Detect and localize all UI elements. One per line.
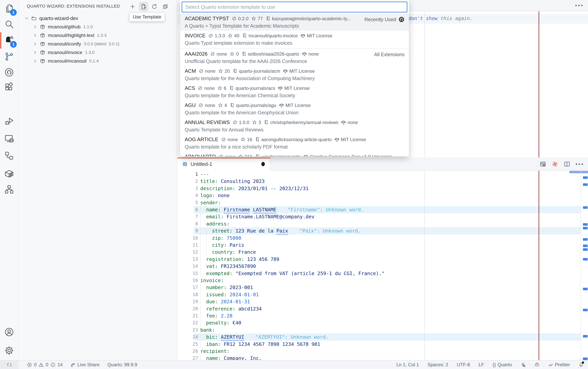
indentation-status[interactable]: Spaces: 2: [427, 362, 448, 368]
install-extension-icon[interactable]: [128, 2, 137, 11]
quickpick-item[interactable]: ACADEMIC TYPST 0.2.0 77 kazuyanagimoto/q…: [180, 14, 409, 31]
tab-untitled-1[interactable]: Untitled-1: [177, 157, 270, 171]
run-debug-icon[interactable]: [0, 113, 18, 130]
chevron-right-icon[interactable]: [33, 50, 38, 55]
code-line[interactable]: 24 bic: AZERTYUI"AZERTYUI": Unknown word…: [177, 333, 588, 341]
linked-views-icon[interactable]: [0, 147, 18, 164]
use-template-icon[interactable]: [139, 2, 148, 11]
code-line[interactable]: 13 registration: 123 456 789: [177, 256, 588, 263]
quickpick-item[interactable]: INVOICE 1.3.0 40 mcanouil/quarto-invoice…: [180, 31, 409, 48]
quarto-wizard-icon[interactable]: 1: [0, 32, 18, 49]
quarto-version-status[interactable]: Quarto: 99.9.9: [107, 362, 137, 368]
settings-gear-icon[interactable]: [0, 342, 18, 359]
quickpick-item[interactable]: AAAI2026 none 0 selbosh/aaai2026-quarto …: [180, 49, 409, 66]
notifications-bell-icon[interactable]: [578, 362, 584, 368]
code-line[interactable]: 14 vat: FR1234567890: [177, 263, 588, 270]
code-line[interactable]: 15 exempted: "Exempted from VAT (article…: [177, 270, 588, 277]
quickpick-item[interactable]: AOG ARTICLE none 16 aarongullickson/aog-…: [180, 134, 409, 152]
account-icon[interactable]: [0, 324, 18, 340]
chevron-right-icon[interactable]: [33, 24, 38, 29]
code-line[interactable]: 27 name: Company, Inc.: [177, 355, 588, 360]
quickpick-item[interactable]: ANNUAL REVIEWS 1.0.0 3 christopherkenny/…: [180, 117, 409, 134]
code-line[interactable]: 11 city: Paris: [177, 241, 588, 249]
law-icon: [278, 86, 283, 91]
tree-item-extension[interactable]: mcanouil/invoice 1.3.0: [19, 48, 177, 57]
quickpick-item[interactable]: AGU none 4 quarto-journals/agu MIT Licen…: [180, 100, 409, 117]
code-line[interactable]: 17 number: 2023-001: [177, 284, 588, 291]
collapse-all-icon[interactable]: [161, 2, 170, 11]
chevron-right-icon[interactable]: [33, 59, 38, 63]
code-line[interactable]: 18 issued: 2024-01-01: [177, 291, 588, 298]
explorer-icon[interactable]: 1: [0, 0, 18, 17]
copilot-icon[interactable]: [534, 362, 540, 368]
code-line[interactable]: 4logo: none: [177, 192, 588, 199]
quickpick-item[interactable]: ACS none 6 quarto-journals/acs MIT Licen…: [180, 83, 409, 100]
org-chart-icon[interactable]: [0, 181, 18, 198]
tag-icon: [218, 154, 224, 156]
code-line[interactable]: 19 due: 2024-01-31: [177, 298, 588, 305]
live-share-status[interactable]: Live Share: [70, 362, 100, 368]
search-icon[interactable]: [0, 16, 18, 32]
package-icon: [40, 58, 45, 64]
code-line[interactable]: 16invoice:: [177, 277, 588, 284]
code-line[interactable]: 3description: 2023/01/01 -- 2023/12/31: [177, 185, 588, 192]
tree-item-extension[interactable]: mcanouil/github 1.1.0: [19, 22, 177, 31]
cursor-position-status[interactable]: Ln 1, Col 1: [396, 362, 419, 368]
eol-status[interactable]: LF: [478, 362, 484, 368]
star-icon: [251, 16, 256, 21]
source-control-icon[interactable]: [0, 48, 18, 65]
code-line[interactable]: 21 fee: 2.28: [177, 312, 588, 319]
code-line[interactable]: 12 country: France: [177, 248, 588, 256]
code-line[interactable]: 5sender:: [177, 199, 588, 206]
more-actions-icon[interactable]: [575, 5, 583, 6]
voice-status-icon[interactable]: [521, 362, 526, 368]
version-meta: 1.3.0: [208, 33, 225, 39]
problems-status[interactable]: 0 0 14: [27, 362, 63, 368]
container-icon[interactable]: [0, 165, 18, 182]
chevron-right-icon[interactable]: [33, 33, 38, 38]
code-editor[interactable]: 1---2title: Consulting 20233description:…: [177, 171, 588, 360]
tree-item-extension[interactable]: mcanouil/mcanouil 0.1.4: [19, 57, 177, 65]
code-line[interactable]: 2title: Consulting 2023: [177, 178, 588, 185]
star-icon: [227, 33, 233, 38]
code-line[interactable]: 8 address:: [177, 220, 588, 227]
code-line[interactable]: 23bank:: [177, 327, 588, 334]
tag-icon: [221, 137, 226, 142]
dirty-indicator[interactable]: [261, 162, 265, 166]
scrollbar-indicator[interactable]: [569, 171, 588, 173]
license-meta: none: [302, 51, 319, 57]
extensions-icon[interactable]: [0, 79, 18, 95]
package-icon: [40, 50, 45, 55]
tree-item-extension[interactable]: mcanouil/iconify 3.0.0 (latest: 3.0.1): [19, 40, 177, 48]
code-line[interactable]: 6 name: Firstname LASTNAME"Firstname": U…: [177, 206, 588, 213]
quickpick-item[interactable]: APAQUARTO none 216 wjschne/apaquarto Cre…: [180, 152, 409, 156]
code-line[interactable]: 22 penalty: €40: [177, 319, 588, 327]
language-mode-status[interactable]: {} Quarto: [493, 362, 512, 368]
github-icon[interactable]: [0, 64, 18, 81]
code-line[interactable]: 20 reference: abcd1234: [177, 305, 588, 312]
chevron-right-icon[interactable]: [33, 41, 38, 46]
prettier-status[interactable]: Prettier: [548, 362, 570, 368]
code-line[interactable]: 26recipient:: [177, 348, 588, 355]
line-number: 21: [177, 312, 198, 319]
remote-explorer-icon[interactable]: [0, 130, 18, 147]
code-line[interactable]: 9 street: 123 Rue de la Paix"Paix": Unkn…: [177, 227, 588, 235]
code-line[interactable]: 1---: [177, 171, 588, 178]
comment-line[interactable]: don't show this again.: [408, 16, 473, 21]
more-actions-icon[interactable]: [576, 164, 583, 165]
open-preview-icon[interactable]: [540, 161, 546, 167]
remote-indicator[interactable]: [0, 360, 19, 369]
encoding-status[interactable]: UTF-8: [457, 362, 470, 368]
code-line[interactable]: 10 zip: 75000: [177, 235, 588, 242]
quickpick-input[interactable]: [182, 1, 407, 12]
chevron-down-icon[interactable]: [24, 16, 29, 21]
code-line[interactable]: 7 email: Firstname.LASTNAME@company.dev: [177, 213, 588, 220]
code-line[interactable]: 25 iban: FR12 1234 4567 7890 1234 5678 9…: [177, 341, 588, 348]
split-editor-icon[interactable]: [564, 161, 570, 167]
quarto-render-icon[interactable]: [552, 161, 558, 167]
quickpick-item[interactable]: ACM none 20 quarto-journals/acm MIT Lice…: [180, 66, 409, 83]
tree-item-extension[interactable]: mcanouil/highlight-text 1.3.3: [19, 31, 177, 40]
repo-meta: mcanouil/quarto-invoice: [242, 33, 298, 39]
stars-meta: 216: [238, 154, 252, 156]
refresh-icon[interactable]: [150, 2, 159, 11]
